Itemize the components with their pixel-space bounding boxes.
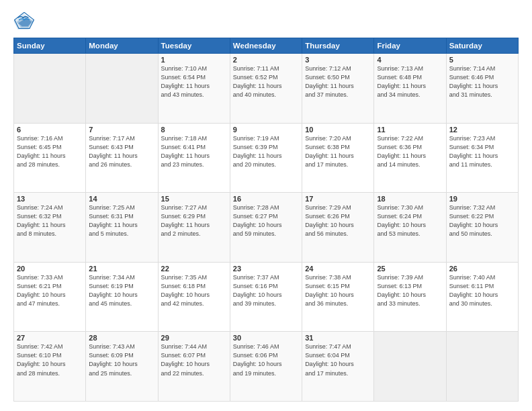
- day-info: Sunrise: 7:29 AM Sunset: 6:26 PM Dayligh…: [305, 203, 371, 238]
- weekday-header-row: SundayMondayTuesdayWednesdayThursdayFrid…: [14, 38, 519, 54]
- day-cell: 8Sunrise: 7:18 AM Sunset: 6:41 PM Daylig…: [158, 123, 230, 193]
- day-info: Sunrise: 7:12 AM Sunset: 6:50 PM Dayligh…: [305, 64, 371, 99]
- day-number: 27: [17, 334, 83, 342]
- day-number: 7: [89, 126, 154, 134]
- weekday-thursday: Thursday: [302, 38, 374, 54]
- day-number: 14: [89, 195, 154, 203]
- day-cell: 24Sunrise: 7:38 AM Sunset: 6:15 PM Dayli…: [302, 262, 374, 332]
- day-number: 20: [17, 265, 83, 273]
- day-info: Sunrise: 7:39 AM Sunset: 6:13 PM Dayligh…: [377, 273, 443, 308]
- day-cell: [374, 332, 446, 402]
- weekday-tuesday: Tuesday: [158, 38, 230, 54]
- day-info: Sunrise: 7:16 AM Sunset: 6:45 PM Dayligh…: [17, 134, 83, 169]
- day-cell: 2Sunrise: 7:11 AM Sunset: 6:52 PM Daylig…: [230, 54, 302, 124]
- day-info: Sunrise: 7:46 AM Sunset: 6:06 PM Dayligh…: [233, 342, 299, 377]
- logo: [13, 12, 38, 31]
- day-cell: 9Sunrise: 7:19 AM Sunset: 6:39 PM Daylig…: [230, 123, 302, 193]
- weekday-wednesday: Wednesday: [230, 38, 302, 54]
- day-info: Sunrise: 7:28 AM Sunset: 6:27 PM Dayligh…: [233, 203, 299, 238]
- day-number: 1: [161, 56, 227, 64]
- day-info: Sunrise: 7:47 AM Sunset: 6:04 PM Dayligh…: [305, 342, 371, 377]
- day-cell: 23Sunrise: 7:37 AM Sunset: 6:16 PM Dayli…: [230, 262, 302, 332]
- day-info: Sunrise: 7:37 AM Sunset: 6:16 PM Dayligh…: [233, 273, 299, 308]
- day-cell: 1Sunrise: 7:10 AM Sunset: 6:54 PM Daylig…: [158, 54, 230, 124]
- day-info: Sunrise: 7:22 AM Sunset: 6:36 PM Dayligh…: [377, 134, 443, 169]
- day-cell: 3Sunrise: 7:12 AM Sunset: 6:50 PM Daylig…: [302, 54, 374, 124]
- weekday-friday: Friday: [374, 38, 446, 54]
- day-cell: 14Sunrise: 7:25 AM Sunset: 6:31 PM Dayli…: [86, 193, 158, 263]
- day-number: 22: [161, 265, 227, 273]
- day-number: 11: [377, 126, 443, 134]
- day-info: Sunrise: 7:25 AM Sunset: 6:31 PM Dayligh…: [89, 203, 154, 238]
- week-row-5: 27Sunrise: 7:42 AM Sunset: 6:10 PM Dayli…: [14, 332, 519, 402]
- header: [13, 12, 519, 31]
- day-cell: 11Sunrise: 7:22 AM Sunset: 6:36 PM Dayli…: [374, 123, 446, 193]
- day-cell: 26Sunrise: 7:40 AM Sunset: 6:11 PM Dayli…: [446, 262, 518, 332]
- day-number: 31: [305, 334, 371, 342]
- day-info: Sunrise: 7:27 AM Sunset: 6:29 PM Dayligh…: [161, 203, 227, 238]
- day-info: Sunrise: 7:43 AM Sunset: 6:09 PM Dayligh…: [89, 342, 154, 377]
- day-cell: 6Sunrise: 7:16 AM Sunset: 6:45 PM Daylig…: [14, 123, 86, 193]
- day-number: 25: [377, 265, 443, 273]
- day-number: 29: [161, 334, 227, 342]
- day-info: Sunrise: 7:18 AM Sunset: 6:41 PM Dayligh…: [161, 134, 227, 169]
- day-number: 19: [449, 195, 515, 203]
- day-number: 21: [89, 265, 154, 273]
- day-info: Sunrise: 7:10 AM Sunset: 6:54 PM Dayligh…: [161, 64, 227, 99]
- day-number: 23: [233, 265, 299, 273]
- day-cell: 15Sunrise: 7:27 AM Sunset: 6:29 PM Dayli…: [158, 193, 230, 263]
- day-cell: 19Sunrise: 7:32 AM Sunset: 6:22 PM Dayli…: [446, 193, 518, 263]
- day-cell: [86, 54, 158, 124]
- day-info: Sunrise: 7:38 AM Sunset: 6:15 PM Dayligh…: [305, 273, 371, 308]
- day-cell: 4Sunrise: 7:13 AM Sunset: 6:48 PM Daylig…: [374, 54, 446, 124]
- logo-icon: [13, 12, 35, 31]
- week-row-4: 20Sunrise: 7:33 AM Sunset: 6:21 PM Dayli…: [14, 262, 519, 332]
- day-cell: [446, 332, 518, 402]
- day-number: 2: [233, 56, 299, 64]
- day-cell: 13Sunrise: 7:24 AM Sunset: 6:32 PM Dayli…: [14, 193, 86, 263]
- day-number: 8: [161, 126, 227, 134]
- day-cell: 17Sunrise: 7:29 AM Sunset: 6:26 PM Dayli…: [302, 193, 374, 263]
- day-info: Sunrise: 7:17 AM Sunset: 6:43 PM Dayligh…: [89, 134, 154, 169]
- day-number: 30: [233, 334, 299, 342]
- calendar: SundayMondayTuesdayWednesdayThursdayFrid…: [13, 38, 519, 402]
- day-number: 24: [305, 265, 371, 273]
- day-cell: 16Sunrise: 7:28 AM Sunset: 6:27 PM Dayli…: [230, 193, 302, 263]
- day-info: Sunrise: 7:32 AM Sunset: 6:22 PM Dayligh…: [449, 203, 515, 238]
- day-cell: 18Sunrise: 7:30 AM Sunset: 6:24 PM Dayli…: [374, 193, 446, 263]
- day-info: Sunrise: 7:24 AM Sunset: 6:32 PM Dayligh…: [17, 203, 83, 238]
- day-number: 5: [449, 56, 515, 64]
- week-row-1: 1Sunrise: 7:10 AM Sunset: 6:54 PM Daylig…: [14, 54, 519, 124]
- day-number: 16: [233, 195, 299, 203]
- weekday-monday: Monday: [86, 38, 158, 54]
- day-info: Sunrise: 7:30 AM Sunset: 6:24 PM Dayligh…: [377, 203, 443, 238]
- day-cell: 28Sunrise: 7:43 AM Sunset: 6:09 PM Dayli…: [86, 332, 158, 402]
- day-cell: 31Sunrise: 7:47 AM Sunset: 6:04 PM Dayli…: [302, 332, 374, 402]
- day-cell: [14, 54, 86, 124]
- day-number: 26: [449, 265, 515, 273]
- day-number: 9: [233, 126, 299, 134]
- day-cell: 30Sunrise: 7:46 AM Sunset: 6:06 PM Dayli…: [230, 332, 302, 402]
- day-cell: 7Sunrise: 7:17 AM Sunset: 6:43 PM Daylig…: [86, 123, 158, 193]
- day-info: Sunrise: 7:13 AM Sunset: 6:48 PM Dayligh…: [377, 64, 443, 99]
- day-info: Sunrise: 7:14 AM Sunset: 6:46 PM Dayligh…: [449, 64, 515, 99]
- day-number: 3: [305, 56, 371, 64]
- day-cell: 5Sunrise: 7:14 AM Sunset: 6:46 PM Daylig…: [446, 54, 518, 124]
- day-cell: 20Sunrise: 7:33 AM Sunset: 6:21 PM Dayli…: [14, 262, 86, 332]
- page: SundayMondayTuesdayWednesdayThursdayFrid…: [0, 0, 532, 411]
- day-info: Sunrise: 7:35 AM Sunset: 6:18 PM Dayligh…: [161, 273, 227, 308]
- day-cell: 12Sunrise: 7:23 AM Sunset: 6:34 PM Dayli…: [446, 123, 518, 193]
- day-number: 4: [377, 56, 443, 64]
- day-number: 15: [161, 195, 227, 203]
- weekday-sunday: Sunday: [14, 38, 86, 54]
- day-cell: 29Sunrise: 7:44 AM Sunset: 6:07 PM Dayli…: [158, 332, 230, 402]
- day-number: 12: [449, 126, 515, 134]
- day-info: Sunrise: 7:11 AM Sunset: 6:52 PM Dayligh…: [233, 64, 299, 99]
- day-number: 13: [17, 195, 83, 203]
- day-number: 10: [305, 126, 371, 134]
- day-number: 18: [377, 195, 443, 203]
- week-row-3: 13Sunrise: 7:24 AM Sunset: 6:32 PM Dayli…: [14, 193, 519, 263]
- day-number: 17: [305, 195, 371, 203]
- weekday-saturday: Saturday: [446, 38, 518, 54]
- day-info: Sunrise: 7:34 AM Sunset: 6:19 PM Dayligh…: [89, 273, 154, 308]
